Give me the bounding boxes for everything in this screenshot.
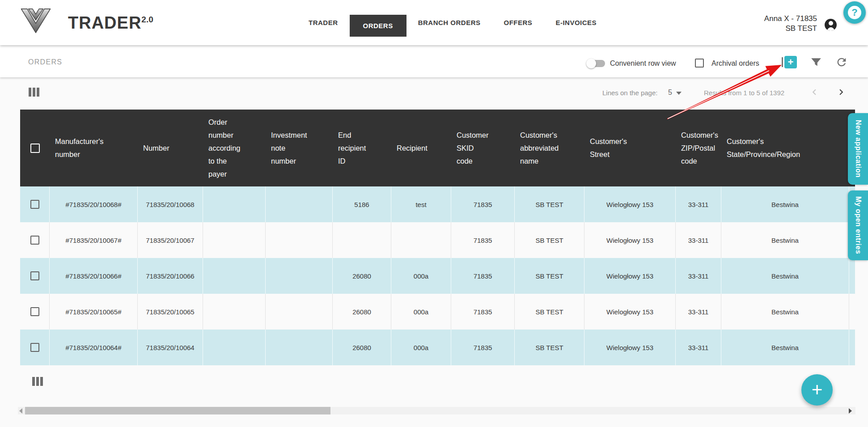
column-header-manufacturers_number[interactable]: Manufacturer's number: [50, 110, 138, 186]
column-selector-icon-bottom[interactable]: [32, 377, 43, 386]
row-checkbox[interactable]: [30, 343, 39, 352]
table-cell-order_number_payer: [203, 186, 266, 222]
avatar-head: [829, 21, 833, 25]
column-header-customer_abbreviated_name[interactable]: Customer's abbreviated name: [515, 110, 584, 186]
nav-tab-orders[interactable]: ORDERS: [350, 15, 406, 37]
select-all-checkbox[interactable]: [30, 144, 40, 153]
table-cell-customer_zip: 33-311: [676, 186, 721, 222]
nav-tab-e-invoices[interactable]: E-INVOICES: [544, 19, 608, 26]
table-cell-end_recipient_id: 26080: [333, 258, 391, 294]
scroll-left-arrow[interactable]: [19, 408, 22, 414]
table-cell-customer_state: Bestwina: [721, 222, 849, 258]
table-cell-number: 71835/20/10064: [138, 330, 203, 365]
table-cell-customer_state: Bestwina: [721, 330, 849, 365]
help-button[interactable]: ?: [843, 1, 866, 24]
add-new-fab[interactable]: +: [801, 374, 833, 406]
table-cell-customer_state: Bestwina: [721, 294, 849, 330]
row-checkbox[interactable]: [30, 200, 39, 209]
convenient-row-view-label: Convenient row view: [610, 59, 676, 68]
column-header-order_number_payer[interactable]: Order number according to the payer: [203, 110, 266, 186]
scrollbar-thumb[interactable]: [25, 407, 330, 414]
table-cell-investment_note_number: [266, 222, 333, 258]
table-cell-customer_abbreviated_name: SB TEST: [515, 330, 584, 365]
table-cell-customer_street: Wielogłowy 153: [584, 222, 676, 258]
page-prev-button[interactable]: [809, 86, 820, 98]
archival-orders-checkbox[interactable]: [695, 59, 704, 68]
scroll-right-arrow[interactable]: [849, 408, 852, 414]
convenient-row-view-toggle[interactable]: [587, 60, 605, 67]
avatar-shoulders: [826, 27, 835, 31]
table-body: #71835/20/10068#71835/20/100685186test71…: [20, 186, 855, 365]
table-cell-manufacturers_number: #71835/20/10064#: [50, 330, 138, 365]
side-tab-new-application[interactable]: New application: [848, 113, 868, 185]
row-checkbox[interactable]: [30, 236, 39, 245]
table-cell-customer_abbreviated_name: SB TEST: [515, 258, 584, 294]
table-row[interactable]: #71835/20/10068#71835/20/100685186test71…: [20, 186, 855, 222]
table-cell-number: 71835/20/10066: [138, 258, 203, 294]
table-cell-investment_note_number: [266, 330, 333, 365]
account-icon[interactable]: [825, 19, 837, 31]
table-cell-customer_zip: 33-311: [676, 294, 721, 330]
horizontal-scrollbar[interactable]: [18, 407, 855, 414]
column-header-customer_zip[interactable]: Customer's ZIP/Postal code: [676, 110, 721, 186]
table-cell-customer_street: Wielogłowy 153: [584, 330, 676, 365]
table-row[interactable]: #71835/20/10067#71835/20/1006771835SB TE…: [20, 222, 855, 258]
main-nav: TRADER ORDERS BRANCH ORDERS OFFERS E-INV…: [297, 0, 608, 45]
table-cell-customer_street: Wielogłowy 153: [584, 186, 676, 222]
page-next-button[interactable]: [835, 86, 847, 98]
plus-icon: +: [784, 56, 797, 68]
table-row[interactable]: #71835/20/10066#71835/20/1006626080000a7…: [20, 258, 855, 294]
user-name: Anna X - 71835: [764, 14, 817, 24]
column-header-end_recipient_id[interactable]: End recipient ID: [333, 110, 391, 186]
nav-tab-branch-orders[interactable]: BRANCH ORDERS: [406, 19, 492, 26]
table-cell-customer_truncated: [849, 330, 855, 365]
row-select-cell: [20, 186, 50, 222]
column-header-recipient[interactable]: Recipient: [391, 110, 451, 186]
app-header: TRADER2.0 TRADER ORDERS BRANCH ORDERS OF…: [0, 0, 868, 45]
table-cell-customer_skid_code: 71835: [451, 222, 515, 258]
table-cell-end_recipient_id: 26080: [333, 294, 391, 330]
nav-tab-offers[interactable]: OFFERS: [492, 19, 544, 26]
lines-per-page-select[interactable]: 5: [668, 89, 682, 97]
results-summary: Results from 1 to 5 of 1392: [704, 89, 784, 97]
table-cell-end_recipient_id: 5186: [333, 186, 391, 222]
toggle-knob: [586, 59, 596, 68]
refresh-icon[interactable]: [835, 56, 848, 68]
table-cell-recipient: 000a: [391, 330, 451, 365]
table-cell-number: 71835/20/10065: [138, 294, 203, 330]
column-header-number[interactable]: Number: [138, 110, 203, 186]
table-row[interactable]: #71835/20/10065#71835/20/1006526080000a7…: [20, 294, 855, 330]
table-cell-customer_abbreviated_name: SB TEST: [515, 222, 584, 258]
table-cell-recipient: 000a: [391, 294, 451, 330]
table-cell-manufacturers_number: #71835/20/10066#: [50, 258, 138, 294]
column-header-investment_note_number[interactable]: Investment note number: [266, 110, 333, 186]
table-cell-number: 71835/20/10068: [138, 186, 203, 222]
filter-icon[interactable]: [810, 57, 822, 68]
table-row[interactable]: #71835/20/10064#71835/20/1006426080000a7…: [20, 330, 855, 365]
table-cell-customer_abbreviated_name: SB TEST: [515, 186, 584, 222]
table-cell-recipient: [391, 222, 451, 258]
column-header-customer_state[interactable]: Customer's State/Province/Region: [721, 110, 849, 186]
row-checkbox[interactable]: [30, 271, 39, 280]
table-cell-number: 71835/20/10067: [138, 222, 203, 258]
table-cell-order_number_payer: [203, 330, 266, 365]
side-tab-my-open-entries[interactable]: My open entries: [848, 190, 868, 260]
column-header-customer_street[interactable]: Customer's Street: [584, 110, 676, 186]
column-selector-icon[interactable]: [29, 88, 39, 97]
nav-tab-trader[interactable]: TRADER: [297, 19, 350, 26]
column-header-customer_skid_code[interactable]: Customer SKID code: [451, 110, 515, 186]
table-cell-investment_note_number: [266, 186, 333, 222]
table-cell-customer_street: Wielogłowy 153: [584, 258, 676, 294]
table-cell-customer_truncated: [849, 294, 855, 330]
row-checkbox[interactable]: [30, 307, 39, 316]
row-select-cell: [20, 330, 50, 365]
add-order-icon[interactable]: +: [782, 56, 798, 68]
user-info: Anna X - 71835 SB TEST: [764, 14, 817, 34]
row-select-cell: [20, 222, 50, 258]
table-cell-order_number_payer: [203, 294, 266, 330]
table-cell-customer_state: Bestwina: [721, 258, 849, 294]
column-header-select: [20, 110, 50, 186]
table-cell-customer_zip: 33-311: [676, 330, 721, 365]
lines-per-page-label: Lines on the page:: [602, 89, 657, 97]
table-controls: Lines on the page: 5 Results from 1 to 5…: [0, 77, 868, 110]
